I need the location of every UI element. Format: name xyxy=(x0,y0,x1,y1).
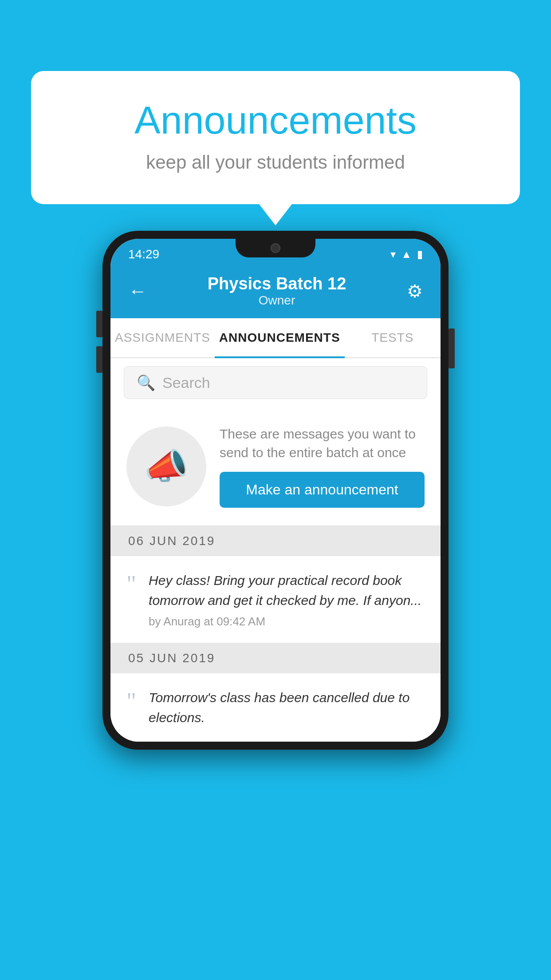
search-container: 🔍 Search xyxy=(110,358,441,407)
announcement-content-2: Tomorrow's class has been cancelled due … xyxy=(149,688,425,727)
date-header-1: 06 JUN 2019 xyxy=(110,526,441,556)
announcement-item-2: " Tomorrow's class has been cancelled du… xyxy=(110,673,441,742)
speech-bubble-section: Announcements keep all your students inf… xyxy=(31,71,520,204)
phone-outer: 14:29 ▾ ▲ ▮ ← Physics Batch 12 Owner ⚙ xyxy=(102,231,449,750)
signal-icon: ▲ xyxy=(401,248,412,261)
date-header-2: 05 JUN 2019 xyxy=(110,643,441,673)
app-bar-title-group: Physics Batch 12 Owner xyxy=(147,274,407,308)
announcement-item-1: " Hey class! Bring your practical record… xyxy=(110,556,441,643)
volume-up-button xyxy=(96,311,102,337)
app-bar-subtitle: Owner xyxy=(147,293,407,308)
cta-right: These are messages you want to send to t… xyxy=(220,425,425,508)
announcement-content-1: Hey class! Bring your practical record b… xyxy=(149,570,425,628)
announcement-text-2: Tomorrow's class has been cancelled due … xyxy=(149,688,425,727)
phone-screen: 14:29 ▾ ▲ ▮ ← Physics Batch 12 Owner ⚙ xyxy=(110,239,441,742)
make-announcement-button[interactable]: Make an announcement xyxy=(220,472,425,508)
app-bar: ← Physics Batch 12 Owner ⚙ xyxy=(110,265,441,318)
cta-description: These are messages you want to send to t… xyxy=(220,425,425,462)
search-bar[interactable]: 🔍 Search xyxy=(124,366,427,399)
tab-assignments[interactable]: ASSIGNMENTS xyxy=(110,318,215,357)
status-time: 14:29 xyxy=(128,247,159,261)
phone-camera xyxy=(271,243,280,253)
app-bar-title: Physics Batch 12 xyxy=(147,274,407,293)
gear-icon[interactable]: ⚙ xyxy=(407,281,423,301)
back-button[interactable]: ← xyxy=(128,281,147,302)
announcement-text-1: Hey class! Bring your practical record b… xyxy=(149,570,425,610)
quote-icon-1: " xyxy=(126,572,136,596)
wifi-icon: ▾ xyxy=(390,248,396,261)
speech-bubble-title: Announcements xyxy=(67,98,484,143)
status-icons: ▾ ▲ ▮ xyxy=(390,248,423,261)
announcement-cta-card: 📣 These are messages you want to send to… xyxy=(110,407,441,526)
megaphone-circle: 📣 xyxy=(126,427,206,506)
volume-down-button xyxy=(96,346,102,373)
speech-bubble-subtitle: keep all your students informed xyxy=(67,152,484,173)
battery-icon: ▮ xyxy=(417,248,423,261)
quote-icon-2: " xyxy=(126,689,136,713)
megaphone-icon: 📣 xyxy=(144,446,189,487)
search-input[interactable]: Search xyxy=(162,374,210,391)
phone-mockup: 14:29 ▾ ▲ ▮ ← Physics Batch 12 Owner ⚙ xyxy=(102,231,449,750)
speech-bubble-card: Announcements keep all your students inf… xyxy=(31,71,520,204)
tab-announcements[interactable]: ANNOUNCEMENTS xyxy=(215,318,345,357)
power-button xyxy=(449,328,455,368)
tabs-bar: ASSIGNMENTS ANNOUNCEMENTS TESTS xyxy=(110,318,441,358)
phone-notch xyxy=(236,239,315,257)
search-icon: 🔍 xyxy=(137,374,155,391)
tab-tests[interactable]: TESTS xyxy=(345,318,441,357)
announcement-meta-1: by Anurag at 09:42 AM xyxy=(149,615,425,628)
